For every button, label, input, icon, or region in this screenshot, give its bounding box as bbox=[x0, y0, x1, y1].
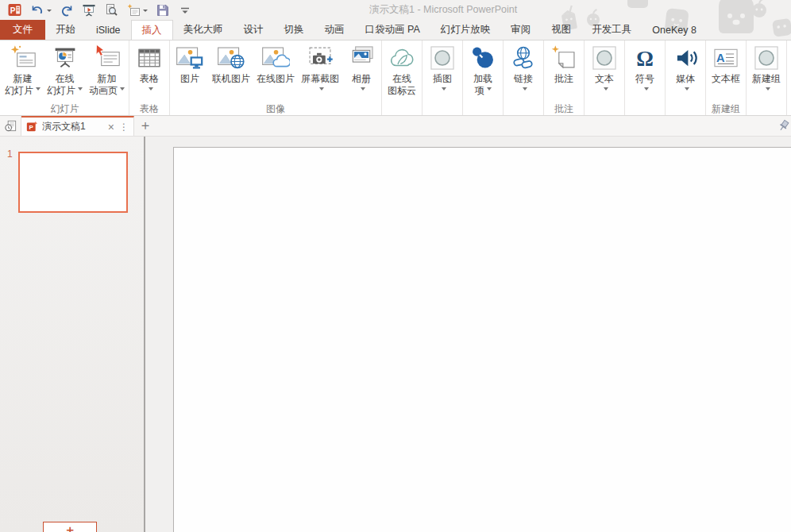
ribbon-tab-developer[interactable]: 开发工具 bbox=[581, 20, 642, 40]
ribbon-tab-onekey-8[interactable]: OneKey 8 bbox=[642, 20, 707, 40]
ribbon-tab-file[interactable]: 文件 bbox=[0, 20, 45, 40]
media-button[interactable]: 媒体 bbox=[666, 43, 704, 97]
button-label: 联机图片 bbox=[212, 73, 250, 85]
dropdown-caret-icon bbox=[361, 87, 365, 93]
document-tab[interactable]: P 演示文稿1 × ⋮ bbox=[21, 116, 134, 136]
ribbon: 新建幻灯片在线幻灯片新加动画页幻灯片表格表格图片联机图片在线图片屏幕截图相册图像… bbox=[0, 40, 791, 116]
ribbon-group-label: 新建组 bbox=[707, 103, 745, 115]
online-pictures-button[interactable]: 联机图片 bbox=[209, 43, 253, 97]
ribbon-tab-pocket-animation[interactable]: 口袋动画 PA bbox=[355, 20, 430, 40]
button-label bbox=[358, 85, 365, 97]
online-icon-cloud-button[interactable]: 在线图标云 bbox=[383, 43, 421, 97]
ribbon-group-new-group: 新建组 bbox=[747, 40, 787, 115]
button-label: 相册 bbox=[352, 73, 371, 85]
customize-toolbar-button[interactable] bbox=[174, 2, 196, 19]
add-ins-button[interactable]: 加载项 bbox=[464, 43, 502, 97]
dropdown-caret-icon bbox=[523, 87, 527, 93]
placeholder-circle-icon bbox=[590, 44, 619, 72]
ribbon-tab-view[interactable]: 视图 bbox=[541, 20, 581, 40]
redo-icon bbox=[60, 3, 74, 17]
button-label: 新建 bbox=[14, 73, 33, 85]
ribbon-group-slides: 新建幻灯片在线幻灯片新加动画页幻灯片 bbox=[1, 40, 129, 115]
slide-thumbnail-panel: 1 ＋ bbox=[0, 137, 144, 532]
repeat-button[interactable] bbox=[56, 2, 78, 19]
ribbon-group-textbox-group: A文本框新建组 bbox=[706, 40, 747, 115]
ribbon-group-label: 表格 bbox=[130, 103, 168, 115]
title-bar: P 演示文稿1 - Microsoft PowerPoint bbox=[0, 0, 791, 20]
customize-icon bbox=[178, 3, 192, 17]
ribbon-group-table: 表格表格 bbox=[129, 40, 170, 115]
ribbon-group-text: 文本 bbox=[585, 40, 625, 115]
pin-icon[interactable] bbox=[777, 119, 790, 133]
slide-editing-page[interactable] bbox=[173, 147, 791, 532]
button-label: 新加 bbox=[98, 73, 117, 85]
ribbon-tab-insert[interactable]: 插入 bbox=[131, 20, 173, 40]
ribbon-group-label: 图像 bbox=[171, 103, 380, 115]
print-preview-button[interactable] bbox=[100, 2, 122, 19]
object-button[interactable]: 对象 bbox=[788, 43, 791, 97]
ribbon-group-symbols: Ω符号 bbox=[625, 40, 666, 115]
dropdown-caret-icon bbox=[685, 87, 689, 93]
ribbon-tab-design[interactable]: 设计 bbox=[233, 20, 274, 40]
save-button[interactable] bbox=[152, 2, 174, 19]
icon-cloud-icon bbox=[388, 44, 416, 72]
table-button[interactable]: 表格 bbox=[130, 43, 168, 97]
dropdown-caret-icon bbox=[36, 87, 41, 93]
picture-icon bbox=[176, 44, 204, 72]
button-label: 媒体 bbox=[676, 73, 695, 85]
undo-icon bbox=[30, 3, 44, 17]
start-slideshow-button[interactable] bbox=[78, 2, 100, 19]
ribbon-tab-transitions[interactable]: 切换 bbox=[274, 20, 314, 40]
new-anim-page-icon bbox=[93, 44, 122, 72]
close-tab-icon[interactable]: × bbox=[108, 121, 114, 133]
button-label: 加载 bbox=[473, 73, 492, 85]
web-pictures-button[interactable]: 在线图片 bbox=[253, 43, 298, 97]
new-slide-icon bbox=[9, 44, 37, 72]
new-slide-quick-button[interactable] bbox=[122, 2, 152, 19]
document-tab-title: 演示文稿1 bbox=[42, 120, 103, 133]
session-restore-button[interactable] bbox=[0, 116, 21, 136]
ribbon-group-illustrations: 插图 bbox=[423, 40, 463, 115]
slide-canvas-area bbox=[145, 137, 791, 532]
ribbon-tab-islide[interactable]: iSlide bbox=[86, 20, 131, 40]
ribbon-tab-animations[interactable]: 动画 bbox=[314, 20, 355, 40]
screenshot-button[interactable]: 屏幕截图 bbox=[298, 43, 342, 97]
button-label: 在线 bbox=[392, 73, 411, 85]
powerpoint-logo-button[interactable]: P bbox=[4, 2, 26, 19]
illustrations-button[interactable]: 插图 bbox=[423, 43, 461, 97]
svg-text:P: P bbox=[10, 6, 16, 15]
button-label bbox=[642, 85, 649, 97]
new-tab-button[interactable]: ＋ bbox=[134, 116, 156, 136]
online-slides-button[interactable]: 在线幻灯片 bbox=[44, 43, 86, 97]
button-label: 文本 bbox=[595, 73, 614, 85]
new-group-button[interactable]: 新建组 bbox=[747, 43, 785, 97]
new-animation-page-button[interactable]: 新加动画页 bbox=[86, 43, 128, 97]
photo-album-button[interactable]: 相册 bbox=[342, 43, 380, 97]
slide-thumbnail[interactable] bbox=[18, 152, 128, 213]
window-header: P 演示文稿1 - Microsoft PowerPoint 文件开始iSlid… bbox=[0, 0, 791, 40]
textbox-button[interactable]: A文本框 bbox=[707, 43, 745, 97]
new-doc-icon bbox=[126, 3, 141, 17]
symbols-button[interactable]: Ω符号 bbox=[626, 43, 664, 97]
undo-button[interactable] bbox=[26, 2, 56, 19]
button-label: 项 bbox=[475, 85, 492, 97]
ribbon-tab-review[interactable]: 审阅 bbox=[500, 20, 541, 40]
ribbon-tab-bar: 文件开始iSlide插入美化大师设计切换动画口袋动画 PA幻灯片放映审阅视图开发… bbox=[0, 20, 791, 40]
ribbon-tab-slide-show[interactable]: 幻灯片放映 bbox=[430, 20, 501, 40]
dropdown-caret-icon bbox=[78, 87, 83, 93]
ribbon-tab-beautify-master[interactable]: 美化大师 bbox=[173, 20, 233, 40]
svg-text:P: P bbox=[29, 124, 33, 131]
photo-album-icon bbox=[347, 44, 376, 72]
ribbon-tab-home[interactable]: 开始 bbox=[45, 20, 86, 40]
add-slide-button[interactable]: ＋ bbox=[43, 522, 97, 532]
text-button[interactable]: 文本 bbox=[585, 43, 623, 97]
button-label: 插图 bbox=[433, 73, 452, 85]
links-button[interactable]: 链接 bbox=[504, 43, 542, 97]
comment-button[interactable]: 批注 bbox=[545, 43, 583, 97]
tab-more-icon[interactable]: ⋮ bbox=[119, 122, 129, 132]
picture-button[interactable]: 图片 bbox=[171, 43, 209, 97]
new-slide-button[interactable]: 新建幻灯片 bbox=[2, 43, 44, 97]
dropdown-caret-icon bbox=[120, 87, 125, 93]
powerpoint-window: P 演示文稿1 - Microsoft PowerPoint 文件开始iSlid… bbox=[0, 0, 791, 532]
ribbon-group-label: 新建组 bbox=[788, 103, 791, 115]
